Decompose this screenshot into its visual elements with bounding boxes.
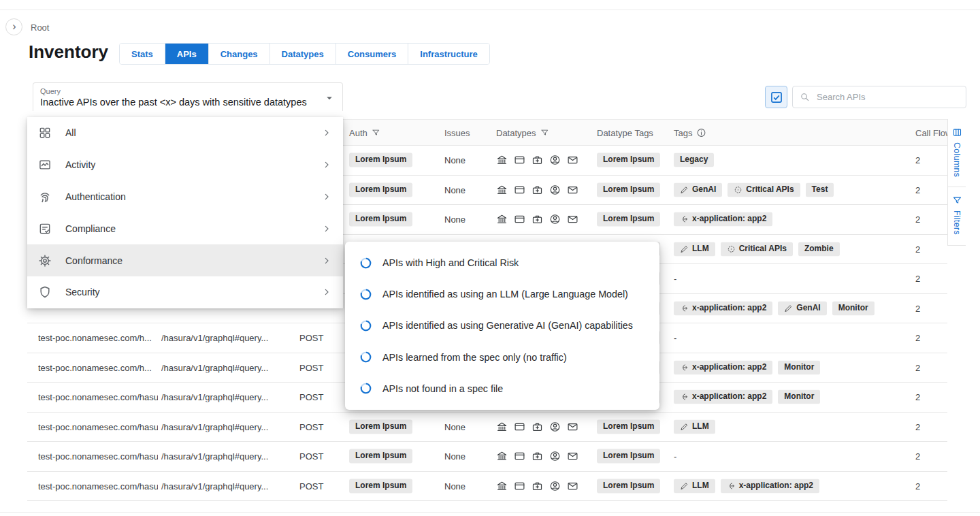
search-input[interactable] [815,91,959,103]
radio-progress-icon[interactable] [359,288,372,301]
chevron-right-icon [321,223,332,234]
datatype-tag-chip: Lorem Ipsum [597,449,660,464]
tag-chip: GenAI [674,182,722,197]
call-flow-cell: 2 [915,184,920,195]
menu-item-authentication[interactable]: Authentication [27,181,343,213]
tag-chip: x-application: app2 [674,390,772,404]
conformance-option-apis-identified-as-using-gener[interactable]: APIs identified as using Generative AI (… [345,310,659,341]
column-header-label: Issues [444,127,470,138]
datatype-tag-chip: Lorem Ipsum [597,212,660,227]
host-cell: test-poc.nonamesec.com/h... [38,362,158,372]
side-tab-filters[interactable]: Filters [947,187,966,245]
funnel-icon[interactable] [372,128,380,137]
column-header-tags[interactable]: Tags [674,127,706,138]
tag-chip: x-application: app2 [674,360,772,374]
auth-chip-label: Lorem Ipsum [355,215,406,224]
health-icon [532,184,543,195]
select-all-checkbox-button[interactable] [765,86,787,108]
tag-chip: Test [806,182,834,197]
health-icon [532,214,543,225]
radio-progress-icon[interactable] [359,382,372,395]
x-application-icon [680,304,689,312]
radio-progress-icon[interactable] [359,351,372,364]
tag-empty: - [674,451,676,462]
column-header-issues[interactable]: Issues [444,127,470,138]
menu-item-label: Compliance [65,223,308,234]
table-row[interactable]: test-poc.nonamesec.com/hasur/hasura/v1/g… [27,472,947,502]
tab-apis[interactable]: APIs [165,44,209,64]
side-tab-columns[interactable]: Columns [947,119,966,187]
menu-item-activity[interactable]: Activity [27,149,343,181]
side-tab-bar: ColumnsFilters [947,119,966,246]
tab-consumers[interactable]: Consumers [336,44,409,64]
table-row[interactable]: test-poc.nonamesec.com/hasur/hasura/v1/g… [27,442,947,472]
activity-icon [38,158,52,172]
column-header-datatype-tags[interactable]: Datatype Tags [597,127,653,138]
column-header-call-flow[interactable]: Call Flow [915,127,947,138]
radio-progress-icon[interactable] [359,319,372,332]
chevron-right-icon [321,255,332,266]
info-icon[interactable] [696,127,706,138]
conformance-option-apis-identified-as-using-an-ll[interactable]: APIs identified as using an LLM (Large L… [345,278,659,310]
menu-item-conformance[interactable]: Conformance [27,244,343,276]
call-flow-cell: 2 [915,421,920,432]
credit-card-icon [514,451,525,462]
mail-icon [567,214,578,225]
table-row[interactable]: test-poc.nonamesec.com/hasur/hasura/v1/g… [27,413,947,442]
method-cell: POST [299,333,323,343]
person-icon [549,451,561,462]
call-flow-cell: 2 [915,451,920,462]
tab-infrastructure[interactable]: Infrastructure [408,44,489,64]
column-header-auth[interactable]: Auth [349,127,380,138]
funnel-icon[interactable] [540,128,549,137]
tags-cell: x-application: app2GenAIMonitor [674,301,909,315]
tab-stats[interactable]: Stats [120,44,165,64]
tags-cell: GenAICritical APIsTest [674,182,909,197]
pencil-icon [680,422,689,431]
tags-cell: - [674,333,909,343]
x-application-icon [680,215,689,224]
tag-chip-label: x-application: app2 [739,481,813,490]
menu-item-security[interactable]: Security [27,276,343,308]
tab-bar: StatsAPIsChangesDatatypesConsumersInfras… [119,43,490,65]
conformance-option-apis-not-found-in-a-spec-file[interactable]: APIs not found in a spec file [345,373,659,404]
datatype-tag-chip: Lorem Ipsum [597,479,660,493]
conformance-option-label: APIs learned from the spec only (no traf… [382,352,567,363]
call-flow-cell: 2 [915,274,920,284]
conformance-option-apis-learned-from-the-spec-onl[interactable]: APIs learned from the spec only (no traf… [345,342,659,373]
query-value: Inactive APIs over the past <x> days wit… [40,97,307,108]
host-cell: test-poc.nonamesec.com/hasur [38,421,158,432]
datatype-tags-cell: Lorem Ipsum [597,153,660,167]
tab-datatypes[interactable]: Datatypes [270,44,336,64]
column-header-label: Tags [674,127,692,138]
conformance-option-apis-with-high-and-critical-ri[interactable]: APIs with High and Critical Risk [345,247,659,278]
tags-cell: - [674,451,909,462]
chevron-right-icon [321,159,332,170]
conformance-option-label: APIs identified as using Generative AI (… [382,320,633,331]
host-cell: test-poc.nonamesec.com/hasur [38,481,158,491]
query-select[interactable]: Query Inactive APIs over the past <x> da… [33,82,343,111]
path-cell: /hasura/v1/graphql#query... [161,481,277,491]
call-flow-cell: 2 [915,392,920,402]
call-flow-cell: 2 [915,303,920,313]
issues-cell: None [444,451,466,462]
top-divider [0,10,980,10]
x-application-icon [727,481,736,490]
menu-item-all[interactable]: All [27,117,343,149]
pencil-icon [680,244,689,253]
column-header-datatypes[interactable]: Datatypes [496,127,549,138]
radio-progress-icon[interactable] [359,257,372,270]
datatypes-cell [496,155,578,166]
expand-sidebar-button[interactable]: › [5,18,22,35]
menu-item-compliance[interactable]: Compliance [27,212,343,244]
credit-card-icon [514,214,525,225]
compliance-icon [38,222,52,236]
auth-chip: Lorem Ipsum [349,212,412,227]
chevron-right-icon [321,287,332,297]
datatype-tag-chip-label: Lorem Ipsum [603,422,654,431]
tag-chip-label: LLM [692,244,709,253]
tags-cell: x-application: app2Monitor [674,390,909,404]
tab-changes[interactable]: Changes [209,44,270,64]
bank-icon [496,184,508,195]
tag-chip: Zombie [798,242,840,256]
